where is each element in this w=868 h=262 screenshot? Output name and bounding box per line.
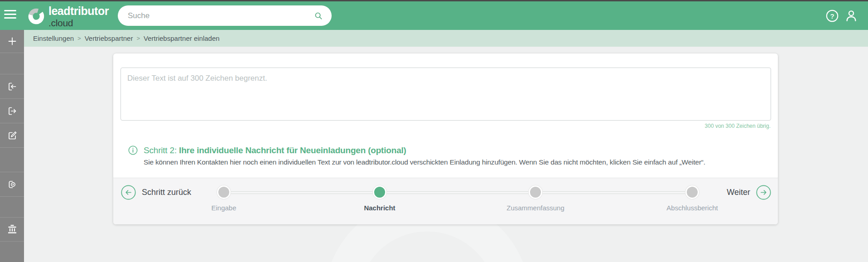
preview-eye-icon [7, 179, 18, 190]
bank-icon [6, 223, 18, 235]
import-icon [7, 81, 18, 92]
sidebar-item-export[interactable] [0, 99, 24, 123]
search-input[interactable] [128, 11, 313, 20]
next-button-label[interactable]: Weiter [718, 188, 750, 197]
search-bar[interactable] [118, 5, 332, 26]
hamburger-menu-icon[interactable] [4, 10, 17, 21]
step-dot[interactable] [529, 185, 542, 199]
breadcrumb-separator: > [77, 35, 81, 42]
breadcrumb-vertriebspartner-einladen[interactable]: Vertriebspartner einladen [144, 34, 220, 42]
breadcrumb-einstellungen[interactable]: Einstellungen [33, 34, 74, 42]
export-icon [7, 106, 18, 116]
breadcrumb-vertriebspartner[interactable]: Vertriebspartner [85, 34, 133, 42]
step-title-bold: Ihre individuelle Nachricht für Neueinla… [179, 146, 406, 155]
logo-swirl-icon[interactable] [27, 7, 45, 25]
sidebar-item-empty [0, 242, 24, 262]
message-textarea[interactable] [121, 68, 771, 121]
char-counter: 300 von 300 Zeichen übrig. [705, 123, 771, 129]
step-nachricht[interactable]: Nachricht [343, 185, 416, 212]
brand-line2: .cloud [48, 18, 109, 28]
stepper-connector-line [224, 191, 692, 194]
step-title: Schritt 2: Ihre individuelle Nachricht f… [144, 146, 406, 155]
sidebar-item-preview[interactable] [0, 172, 24, 197]
step-title-prefix: Schritt 2: [144, 146, 179, 155]
sidebar-item-import[interactable] [0, 74, 24, 99]
edit-icon [7, 130, 18, 141]
sidebar-item-bank[interactable] [0, 218, 24, 242]
step-label: Eingabe [188, 204, 260, 212]
invite-message-card: 300 von 300 Zeichen übrig. Schritt 2: Ih… [113, 53, 778, 224]
info-icon [128, 146, 138, 155]
user-icon[interactable] [844, 9, 858, 23]
step-dot[interactable] [685, 185, 699, 199]
window-top-strip [0, 0, 868, 1]
back-button-label[interactable]: Schritt zurück [142, 188, 191, 197]
breadcrumb-separator: > [136, 35, 140, 42]
sidebar-item-edit[interactable] [0, 123, 24, 148]
sidebar-item-empty [0, 197, 24, 218]
sidebar-item-empty [0, 53, 24, 74]
step-zusammenfassung[interactable]: Zusammenfassung [499, 185, 572, 212]
app-header: leadtributor .cloud ? [0, 1, 868, 30]
step-dot[interactable] [373, 185, 386, 199]
brand-line1: leadtributor [48, 5, 109, 17]
sidebar-item-empty [0, 148, 24, 172]
sidebar-item-add[interactable] [0, 30, 24, 53]
back-button[interactable] [121, 185, 136, 200]
plus-icon [7, 36, 18, 47]
step-eingabe[interactable]: Eingabe [188, 185, 260, 212]
step-label: Zusammenfassung [499, 204, 572, 212]
svg-text:?: ? [830, 12, 834, 19]
search-icon[interactable] [313, 11, 323, 21]
step-label: Abschlussbericht [656, 204, 728, 212]
step-label: Nachricht [343, 204, 416, 212]
step-description: Sie können Ihren Kontakten hier noch ein… [144, 158, 705, 166]
wizard-footer: Schritt zurück Eingabe Nachricht Zusamme… [113, 178, 778, 224]
breadcrumb: Einstellungen > Vertriebspartner > Vertr… [24, 30, 868, 47]
help-icon[interactable]: ? [825, 9, 839, 23]
sidebar [0, 30, 24, 262]
brand-wordmark[interactable]: leadtributor .cloud [48, 5, 109, 28]
next-button[interactable] [756, 185, 771, 200]
step-dot[interactable] [217, 185, 231, 199]
